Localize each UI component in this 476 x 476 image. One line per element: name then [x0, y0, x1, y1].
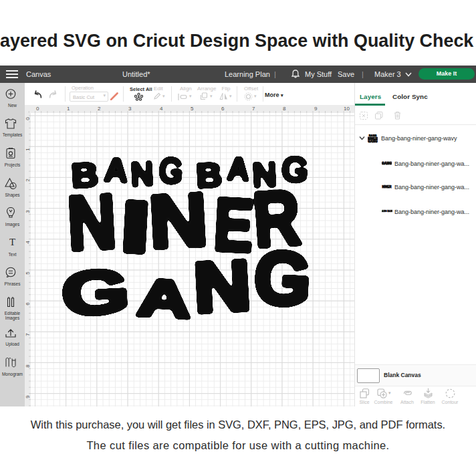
svg-text:GANG: GANG [382, 161, 392, 165]
svg-text:N: N [191, 245, 253, 328]
svg-text:BANG BANG: BANG BANG [382, 210, 392, 213]
svg-text:A: A [135, 267, 193, 330]
svg-text:G: G [60, 256, 131, 328]
svg-text:A: A [226, 150, 251, 188]
svg-text:N: N [65, 178, 118, 266]
svg-text:NINER: NINER [382, 185, 392, 189]
svg-text:GANG: GANG [368, 140, 378, 143]
svg-text:G: G [252, 235, 313, 321]
